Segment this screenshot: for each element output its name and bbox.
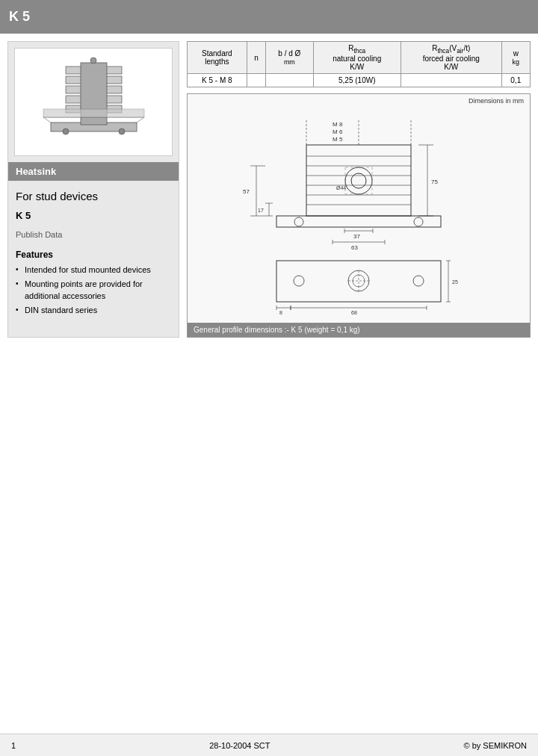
svg-point-52 [413, 276, 424, 286]
diagram-inner: Dimensions in mm [188, 94, 530, 323]
product-code: K 5 [16, 210, 171, 221]
cell-r-natural: 5,25 (10W) [313, 74, 401, 87]
col-w: wkg [501, 42, 531, 74]
svg-text:75: 75 [431, 179, 438, 185]
specs-table: Standardlengths n b / d Ømm Rthcanatural… [187, 41, 531, 87]
svg-text:Ø44: Ø44 [336, 185, 346, 190]
svg-rect-13 [43, 109, 144, 117]
svg-line-10 [43, 117, 51, 123]
svg-point-54 [353, 275, 365, 287]
svg-text:8: 8 [279, 310, 282, 315]
svg-text:68: 68 [351, 310, 357, 315]
cell-r-forced [401, 74, 501, 87]
svg-line-11 [137, 117, 144, 123]
page-header: K 5 [0, 0, 538, 34]
page-title: K 5 [9, 9, 30, 25]
diagram-area: Dimensions in mm [187, 93, 531, 338]
dimensions-label: Dimensions in mm [469, 97, 524, 105]
svg-point-7 [63, 128, 69, 134]
col-r-forced: Rthca(Vair/t)forced air coolingK/W [401, 42, 501, 74]
main-content: Heatsink For stud devices K 5 Publish Da… [0, 34, 538, 345]
svg-text:M 5: M 5 [333, 136, 343, 143]
cell-bd [266, 74, 313, 87]
svg-text:17: 17 [258, 208, 264, 213]
footer-copyright: © by SEMIKRON [463, 741, 527, 750]
for-stud-title: For stud devices [16, 190, 171, 202]
heatsink-label: Heatsink [8, 162, 179, 181]
features-list: Intended for stud mounted devices Mounti… [16, 264, 171, 317]
heatsink-illustration [28, 52, 159, 152]
svg-text:25: 25 [452, 279, 458, 285]
cell-w: 0,1 [501, 74, 531, 87]
publish-data-link[interactable]: Publish Data [16, 230, 171, 239]
col-n: n [247, 42, 266, 74]
svg-point-25 [414, 217, 423, 226]
svg-text:M 6: M 6 [333, 128, 343, 135]
svg-rect-50 [276, 261, 441, 302]
right-panel: Standardlengths n b / d Ømm Rthcanatural… [187, 41, 531, 338]
col-b-d: b / d Ømm [266, 42, 313, 74]
svg-point-8 [119, 128, 125, 134]
svg-point-22 [345, 167, 372, 194]
cell-n [247, 74, 266, 87]
svg-text:37: 37 [353, 233, 360, 240]
svg-point-9 [90, 58, 96, 63]
svg-text:57: 57 [243, 188, 250, 195]
technical-drawing: M 5 M 6 M 8 37 63 [202, 100, 516, 317]
svg-text:63: 63 [351, 244, 358, 251]
svg-point-53 [348, 270, 369, 291]
table-header-row-1: Standardlengths n b / d Ømm Rthcanatural… [188, 42, 531, 74]
product-image [14, 48, 173, 156]
left-panel: Heatsink For stud devices K 5 Publish Da… [7, 41, 179, 338]
feature-item-2: Mounting points are provided for additio… [16, 279, 171, 302]
table-row: K 5 - M 8 5,25 (10W) 0,1 [188, 74, 531, 87]
cell-lengths: K 5 - M 8 [188, 74, 247, 87]
col-r-natural: Rthcanatural coolingK/W [313, 42, 401, 74]
diagram-caption: General profile dimensions :- K 5 (weigh… [188, 323, 530, 337]
svg-point-51 [294, 276, 304, 286]
left-panel-body: For stud devices K 5 Publish Data Featur… [8, 185, 179, 337]
svg-text:M 8: M 8 [333, 121, 343, 128]
footer-page-number: 1 [11, 741, 16, 750]
feature-item-3: DIN standard series [16, 305, 171, 316]
feature-item-1: Intended for stud mounted devices [16, 264, 171, 276]
page-footer: 1 28-10-2004 SCT © by SEMIKRON [0, 734, 538, 756]
footer-date-sct: 28-10-2004 SCT [209, 741, 270, 750]
svg-rect-15 [306, 145, 411, 216]
col-standard-lengths: Standardlengths [188, 42, 247, 74]
features-title: Features [16, 250, 171, 260]
svg-point-24 [294, 217, 303, 226]
